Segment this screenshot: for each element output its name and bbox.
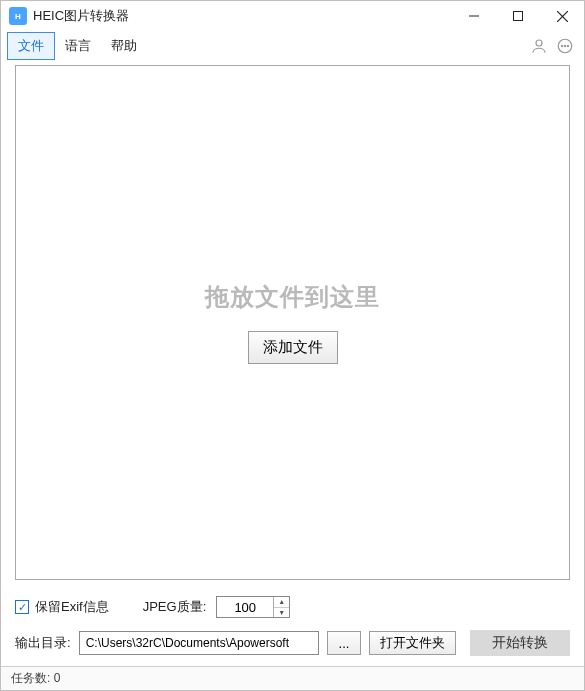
feedback-icon[interactable] [552, 33, 578, 59]
exif-checkbox[interactable]: ✓ [15, 600, 29, 614]
app-icon: H [9, 7, 27, 25]
window-title: HEIC图片转换器 [33, 7, 129, 25]
drop-area[interactable]: 拖放文件到这里 添加文件 [15, 65, 570, 580]
tasks-count: 任务数: 0 [11, 670, 60, 687]
menu-bar: 文件 语言 帮助 [1, 31, 584, 61]
options-panel: ✓ 保留Exif信息 JPEG质量: ▲ ▼ 输出目录: ... 打开文件夹 开… [1, 588, 584, 666]
svg-point-4 [536, 40, 542, 46]
quality-input[interactable] [217, 597, 273, 617]
maximize-button[interactable] [496, 1, 540, 31]
exif-label: 保留Exif信息 [35, 598, 109, 616]
svg-point-7 [564, 45, 565, 46]
svg-point-8 [567, 45, 568, 46]
menu-help[interactable]: 帮助 [101, 33, 147, 59]
svg-rect-1 [514, 12, 523, 21]
open-folder-button[interactable]: 打开文件夹 [369, 631, 456, 655]
drop-hint: 拖放文件到这里 [205, 281, 380, 313]
quality-label: JPEG质量: [143, 598, 207, 616]
start-convert-button[interactable]: 开始转换 [470, 630, 570, 656]
output-dir-label: 输出目录: [15, 634, 71, 652]
add-files-button[interactable]: 添加文件 [248, 331, 338, 364]
drop-container: 拖放文件到这里 添加文件 [1, 61, 584, 588]
minimize-button[interactable] [452, 1, 496, 31]
quality-up-button[interactable]: ▲ [274, 597, 289, 608]
title-bar: H HEIC图片转换器 [1, 1, 584, 31]
output-dir-input[interactable] [79, 631, 319, 655]
quality-down-button[interactable]: ▼ [274, 608, 289, 618]
menu-language[interactable]: 语言 [55, 33, 101, 59]
close-button[interactable] [540, 1, 584, 31]
menu-file[interactable]: 文件 [7, 32, 55, 60]
window-controls [452, 1, 584, 31]
quality-spinner: ▲ ▼ [216, 596, 290, 618]
svg-point-6 [561, 45, 562, 46]
status-bar: 任务数: 0 [1, 666, 584, 690]
browse-button[interactable]: ... [327, 631, 361, 655]
account-icon[interactable] [526, 33, 552, 59]
